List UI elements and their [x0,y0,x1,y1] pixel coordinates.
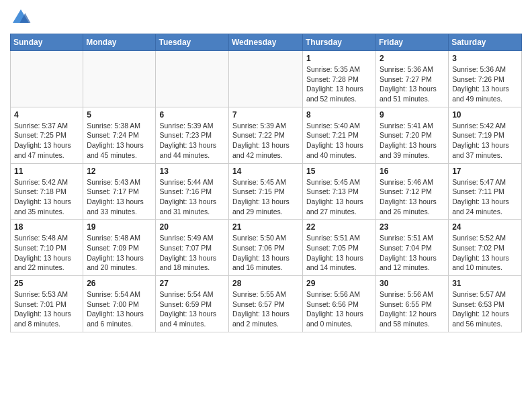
day-info: Sunrise: 5:44 AMSunset: 7:16 PMDaylight:… [159,177,225,217]
calendar-week-5: 25Sunrise: 5:53 AMSunset: 7:01 PMDayligh… [11,276,522,332]
day-info: Sunrise: 5:35 AMSunset: 7:28 PMDaylight:… [306,64,372,104]
calendar-week-4: 18Sunrise: 5:48 AMSunset: 7:10 PMDayligh… [11,220,522,276]
day-number: 14 [232,167,299,176]
day-number: 1 [306,54,372,63]
calendar-cell [11,51,83,107]
calendar-cell [83,51,156,107]
day-number: 17 [452,167,518,176]
day-number: 15 [306,167,372,176]
calendar-cell: 25Sunrise: 5:53 AMSunset: 7:01 PMDayligh… [11,276,83,332]
calendar-cell: 1Sunrise: 5:35 AMSunset: 7:28 PMDaylight… [303,51,376,107]
calendar-cell: 17Sunrise: 5:47 AMSunset: 7:11 PMDayligh… [449,163,522,220]
calendar-cell: 18Sunrise: 5:48 AMSunset: 7:10 PMDayligh… [11,220,83,276]
calendar-cell: 22Sunrise: 5:51 AMSunset: 7:05 PMDayligh… [303,220,376,276]
day-number: 5 [87,110,152,120]
calendar-cell: 16Sunrise: 5:46 AMSunset: 7:12 PMDayligh… [376,163,449,220]
logo [10,7,34,28]
day-number: 11 [14,167,79,176]
calendar-cell: 14Sunrise: 5:45 AMSunset: 7:15 PMDayligh… [229,163,303,220]
calendar-cell: 8Sunrise: 5:40 AMSunset: 7:21 PMDaylight… [303,107,376,163]
calendar-cell: 20Sunrise: 5:49 AMSunset: 7:07 PMDayligh… [156,220,229,276]
day-number: 4 [14,110,79,120]
day-info: Sunrise: 5:39 AMSunset: 7:23 PMDaylight:… [159,121,225,161]
day-info: Sunrise: 5:56 AMSunset: 6:55 PMDaylight:… [380,289,445,329]
day-info: Sunrise: 5:51 AMSunset: 7:04 PMDaylight:… [380,233,445,273]
column-header-saturday: Saturday [449,34,522,51]
day-number: 2 [380,54,445,63]
day-info: Sunrise: 5:55 AMSunset: 6:57 PMDaylight:… [232,289,299,329]
day-number: 13 [159,167,225,176]
day-info: Sunrise: 5:40 AMSunset: 7:21 PMDaylight:… [306,121,372,161]
calendar-cell: 2Sunrise: 5:36 AMSunset: 7:27 PMDaylight… [376,51,449,107]
day-info: Sunrise: 5:56 AMSunset: 6:56 PMDaylight:… [306,289,372,329]
calendar-cell: 9Sunrise: 5:41 AMSunset: 7:20 PMDaylight… [376,107,449,163]
calendar-cell: 4Sunrise: 5:37 AMSunset: 7:25 PMDaylight… [11,107,83,163]
calendar-cell: 15Sunrise: 5:45 AMSunset: 7:13 PMDayligh… [303,163,376,220]
calendar-week-1: 1Sunrise: 5:35 AMSunset: 7:28 PMDaylight… [11,51,522,107]
day-info: Sunrise: 5:51 AMSunset: 7:05 PMDaylight:… [306,233,372,273]
column-header-monday: Monday [83,34,156,51]
day-info: Sunrise: 5:53 AMSunset: 7:01 PMDaylight:… [14,289,79,329]
day-number: 16 [380,167,445,176]
column-header-wednesday: Wednesday [229,34,303,51]
day-number: 27 [159,279,225,288]
day-info: Sunrise: 5:45 AMSunset: 7:15 PMDaylight:… [232,177,299,217]
day-number: 30 [380,279,445,288]
column-header-sunday: Sunday [11,34,83,51]
day-number: 31 [452,279,518,288]
page: SundayMondayTuesdayWednesdayThursdayFrid… [0,0,532,339]
calendar-cell: 30Sunrise: 5:56 AMSunset: 6:55 PMDayligh… [376,276,449,332]
calendar-cell: 11Sunrise: 5:42 AMSunset: 7:18 PMDayligh… [11,163,83,220]
day-number: 28 [232,279,299,288]
calendar-cell: 5Sunrise: 5:38 AMSunset: 7:24 PMDaylight… [83,107,156,163]
day-number: 20 [159,222,225,232]
day-number: 10 [452,110,518,120]
day-number: 8 [306,110,372,120]
day-info: Sunrise: 5:36 AMSunset: 7:27 PMDaylight:… [380,64,445,104]
calendar-cell: 28Sunrise: 5:55 AMSunset: 6:57 PMDayligh… [229,276,303,332]
day-info: Sunrise: 5:48 AMSunset: 7:09 PMDaylight:… [87,233,152,273]
day-info: Sunrise: 5:48 AMSunset: 7:10 PMDaylight:… [14,233,79,273]
calendar-cell: 27Sunrise: 5:54 AMSunset: 6:59 PMDayligh… [156,276,229,332]
day-number: 19 [87,222,152,232]
calendar-cell: 12Sunrise: 5:43 AMSunset: 7:17 PMDayligh… [83,163,156,220]
column-header-tuesday: Tuesday [156,34,229,51]
day-info: Sunrise: 5:47 AMSunset: 7:11 PMDaylight:… [452,177,518,217]
calendar-cell: 7Sunrise: 5:39 AMSunset: 7:22 PMDaylight… [229,107,303,163]
day-number: 7 [232,110,299,120]
calendar-cell: 10Sunrise: 5:42 AMSunset: 7:19 PMDayligh… [449,107,522,163]
calendar-cell: 13Sunrise: 5:44 AMSunset: 7:16 PMDayligh… [156,163,229,220]
day-info: Sunrise: 5:43 AMSunset: 7:17 PMDaylight:… [87,177,152,217]
calendar-cell: 31Sunrise: 5:57 AMSunset: 6:53 PMDayligh… [449,276,522,332]
day-info: Sunrise: 5:50 AMSunset: 7:06 PMDaylight:… [232,233,299,273]
header [10,7,522,28]
calendar-cell: 21Sunrise: 5:50 AMSunset: 7:06 PMDayligh… [229,220,303,276]
day-number: 18 [14,222,79,232]
day-info: Sunrise: 5:42 AMSunset: 7:18 PMDaylight:… [14,177,79,217]
day-number: 21 [232,222,299,232]
day-info: Sunrise: 5:54 AMSunset: 7:00 PMDaylight:… [87,289,152,329]
calendar-header-row: SundayMondayTuesdayWednesdayThursdayFrid… [11,34,522,51]
column-header-thursday: Thursday [303,34,376,51]
day-info: Sunrise: 5:49 AMSunset: 7:07 PMDaylight:… [159,233,225,273]
logo-icon [10,7,32,28]
calendar-cell: 6Sunrise: 5:39 AMSunset: 7:23 PMDaylight… [156,107,229,163]
day-number: 3 [452,54,518,63]
day-number: 9 [380,110,445,120]
calendar-cell: 24Sunrise: 5:52 AMSunset: 7:02 PMDayligh… [449,220,522,276]
day-info: Sunrise: 5:38 AMSunset: 7:24 PMDaylight:… [87,121,152,161]
day-info: Sunrise: 5:52 AMSunset: 7:02 PMDaylight:… [452,233,518,273]
day-info: Sunrise: 5:46 AMSunset: 7:12 PMDaylight:… [380,177,445,217]
day-info: Sunrise: 5:37 AMSunset: 7:25 PMDaylight:… [14,121,79,161]
calendar-cell: 26Sunrise: 5:54 AMSunset: 7:00 PMDayligh… [83,276,156,332]
calendar-cell [229,51,303,107]
calendar-week-2: 4Sunrise: 5:37 AMSunset: 7:25 PMDaylight… [11,107,522,163]
day-info: Sunrise: 5:39 AMSunset: 7:22 PMDaylight:… [232,121,299,161]
day-info: Sunrise: 5:42 AMSunset: 7:19 PMDaylight:… [452,121,518,161]
day-number: 29 [306,279,372,288]
calendar-cell [156,51,229,107]
day-info: Sunrise: 5:36 AMSunset: 7:26 PMDaylight:… [452,64,518,104]
calendar-cell: 29Sunrise: 5:56 AMSunset: 6:56 PMDayligh… [303,276,376,332]
day-number: 6 [159,110,225,120]
calendar-cell: 23Sunrise: 5:51 AMSunset: 7:04 PMDayligh… [376,220,449,276]
